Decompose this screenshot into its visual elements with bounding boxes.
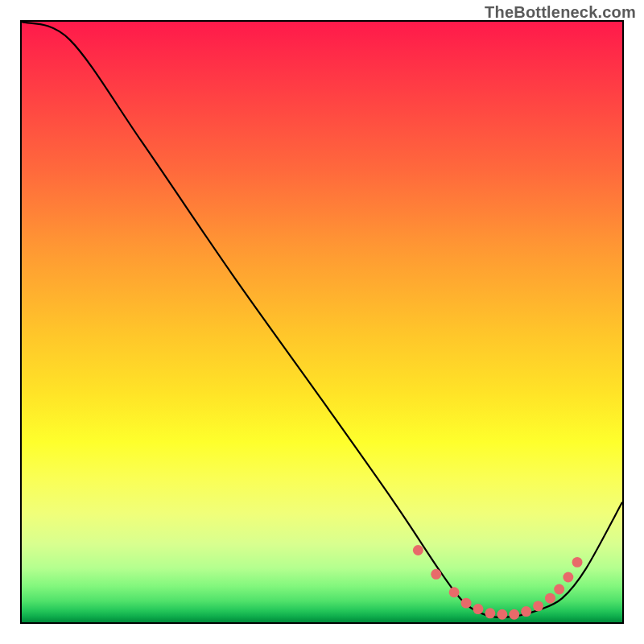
highlight-dot	[533, 601, 543, 611]
highlight-dot	[497, 609, 507, 620]
highlight-dot	[545, 593, 555, 604]
highlight-dot	[563, 572, 573, 583]
highlight-dot	[554, 584, 564, 595]
plot-area	[20, 20, 624, 624]
highlight-dot	[413, 545, 423, 555]
highlight-dots-group	[413, 545, 583, 620]
highlight-dot	[473, 604, 483, 614]
highlight-dot	[509, 609, 519, 620]
highlight-dot	[572, 557, 583, 568]
highlight-dot	[431, 569, 441, 580]
bottleneck-curve-path	[22, 22, 622, 617]
highlight-dot	[449, 587, 460, 597]
highlight-dot	[521, 606, 531, 617]
curve-layer	[22, 22, 622, 622]
chart-container: TheBottleneck.com	[0, 0, 644, 644]
watermark-text: TheBottleneck.com	[485, 3, 636, 22]
highlight-dot	[461, 598, 472, 609]
highlight-dot	[485, 608, 495, 618]
